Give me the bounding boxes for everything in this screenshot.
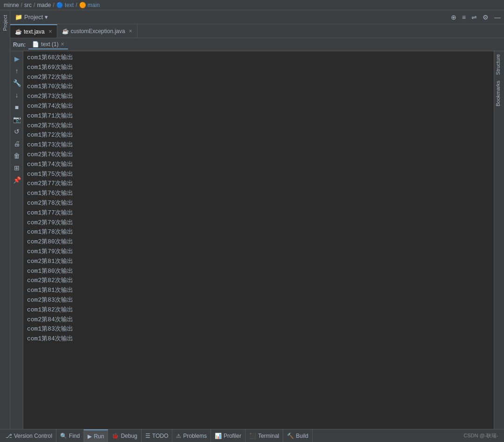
console-line: com2第83次输出 — [27, 296, 490, 305]
project-sidebar-label[interactable]: Project — [1, 12, 9, 34]
console-line: com1第73次输出 — [27, 140, 490, 150]
console-line: com2第76次输出 — [27, 150, 490, 160]
console-line: com1第78次输出 — [27, 228, 490, 237]
tab-custom-java-close[interactable]: ✕ — [129, 28, 132, 34]
split-icon[interactable]: ⇌ — [470, 13, 478, 22]
console-line: com2第80次输出 — [27, 237, 490, 247]
toolbar: ▶ ↑ 🔧 ↓ ■ 📷 ↺ 🖨 🗑 ⊞ 📌 — [10, 51, 23, 429]
settings-icon[interactable]: ⚙ — [481, 13, 490, 22]
profiler-icon: 📊 — [215, 433, 222, 439]
console-line: com1第82次输出 — [27, 305, 490, 315]
status-debug[interactable]: 🐞 Debug — [108, 429, 141, 442]
tab-text-java[interactable]: ☕ text.java ✕ — [10, 24, 57, 38]
run-tab[interactable]: 📄 text (1) ✕ — [28, 40, 68, 49]
top-bar: 📁 Project ▾ ⊕ ≡ ⇌ ⚙ — — [10, 10, 504, 24]
down-icon[interactable]: ↓ — [11, 90, 22, 101]
console-line: com1第79次输出 — [27, 247, 490, 257]
console-line: com1第68次输出 — [27, 53, 490, 63]
content-area: ▶ ↑ 🔧 ↓ ■ 📷 ↺ 🖨 🗑 ⊞ 📌 com1第68次输出com1第69次… — [10, 51, 504, 429]
terminal-icon: ⬛ — [249, 433, 256, 439]
console-line: com2第77次输出 — [27, 179, 490, 189]
project-button[interactable]: 📁 Project ▾ — [12, 13, 51, 21]
status-right: CSDN @-耿瑞- — [460, 432, 502, 439]
console-line: com2第82次输出 — [27, 276, 490, 286]
version-control-label: Version Control — [14, 433, 52, 439]
console-line: com1第74次输出 — [27, 160, 490, 170]
trash-icon[interactable]: 🗑 — [11, 150, 22, 161]
todo-label: TODO — [152, 433, 168, 439]
status-bar: ⎇ Version Control 🔍 Find ▶ Run 🐞 Debug ☰… — [0, 429, 504, 442]
console-line: com1第77次输出 — [27, 208, 490, 218]
left-sidebar: Project — [0, 10, 10, 429]
console-line: com1第76次输出 — [27, 189, 490, 199]
status-version-control[interactable]: ⎇ Version Control — [2, 429, 56, 442]
breadcrumb-minne[interactable]: minne — [4, 2, 19, 8]
todo-icon: ☰ — [145, 433, 150, 439]
status-run[interactable]: ▶ Run — [84, 429, 108, 442]
console-line: com1第83次输出 — [27, 325, 490, 334]
add-icon[interactable]: ⊕ — [450, 13, 458, 22]
tab-text-java-close[interactable]: ✕ — [48, 29, 52, 34]
problems-label: Problems — [183, 433, 207, 439]
pin-icon[interactable]: 📌 — [11, 174, 22, 186]
version-control-icon: ⎇ — [6, 433, 12, 439]
profiler-label: Profiler — [224, 433, 241, 439]
camera-icon[interactable]: 📷 — [11, 114, 22, 125]
stop-icon[interactable]: ■ — [11, 102, 22, 113]
status-find[interactable]: 🔍 Find — [56, 429, 84, 442]
list-icon[interactable]: ≡ — [461, 13, 467, 22]
status-build[interactable]: 🔨 Build — [283, 429, 313, 442]
console-line: com2第74次输出 — [27, 102, 490, 111]
tab-custom-java-label: customException.java — [71, 28, 125, 35]
console-line: com1第81次输出 — [27, 286, 490, 296]
console-line: com1第72次输出 — [27, 131, 490, 140]
breadcrumb: minne / src / made / 🔵 text / 🟠 main — [0, 0, 504, 10]
console-line: com1第70次输出 — [27, 82, 490, 92]
console-line: com1第71次输出 — [27, 111, 490, 121]
breadcrumb-src[interactable]: src — [24, 2, 32, 8]
run-label: Run: — [13, 41, 26, 48]
java-icon-1: ☕ — [15, 28, 22, 35]
run-status-icon: ▶ — [88, 433, 92, 440]
run-tab-label: text (1) — [41, 41, 58, 48]
dropdown-icon: ▾ — [45, 14, 48, 21]
console-line: com2第78次输出 — [27, 199, 490, 208]
status-terminal[interactable]: ⬛ Terminal — [245, 429, 283, 442]
console-line: com1第80次输出 — [27, 267, 490, 276]
layout-icon[interactable]: ⊞ — [11, 162, 22, 173]
project-label: Project — [24, 14, 43, 21]
find-label: Find — [69, 433, 80, 439]
wrench-icon[interactable]: 🔧 — [11, 77, 22, 89]
folder-icon: 📁 — [15, 14, 22, 21]
breadcrumb-text[interactable]: 🔵 text — [56, 2, 74, 8]
run-status-label: Run — [94, 433, 104, 440]
minimize-icon[interactable]: — — [493, 13, 502, 22]
find-icon: 🔍 — [60, 433, 67, 439]
status-problems[interactable]: ⚠ Problems — [172, 429, 211, 442]
status-todo[interactable]: ☰ TODO — [142, 429, 172, 442]
run-tab-close[interactable]: ✕ — [61, 41, 64, 47]
java-icon-2: ☕ — [62, 28, 69, 35]
console-line: com2第79次输出 — [27, 218, 490, 228]
structure-label[interactable]: Structure — [494, 51, 504, 78]
build-label: Build — [296, 433, 308, 439]
status-profiler[interactable]: 📊 Profiler — [211, 429, 245, 442]
tab-custom-java[interactable]: ☕ customException.java ✕ — [57, 24, 138, 38]
console-output: com1第68次输出com1第69次输出com2第72次输出com1第70次输出… — [23, 51, 494, 429]
problems-icon: ⚠ — [176, 433, 181, 439]
console-line: com2第72次输出 — [27, 73, 490, 83]
breadcrumb-made[interactable]: made — [37, 2, 51, 8]
build-icon: 🔨 — [287, 433, 294, 439]
print-icon[interactable]: 🖨 — [11, 138, 22, 149]
bookmarks-label[interactable]: Bookmarks — [494, 78, 504, 109]
console-line: com1第69次输出 — [27, 63, 490, 73]
console-line: com1第75次输出 — [27, 170, 490, 180]
refresh-icon[interactable]: ↺ — [11, 126, 22, 137]
console-line: com2第75次输出 — [27, 121, 490, 131]
up-icon[interactable]: ↑ — [11, 65, 22, 76]
breadcrumb-main[interactable]: 🟠 main — [79, 2, 100, 8]
run-icon[interactable]: ▶ — [11, 53, 22, 64]
debug-icon: 🐞 — [112, 433, 119, 439]
top-bar-icons: ⊕ ≡ ⇌ ⚙ — — [450, 13, 502, 22]
console-line: com2第73次输出 — [27, 92, 490, 102]
